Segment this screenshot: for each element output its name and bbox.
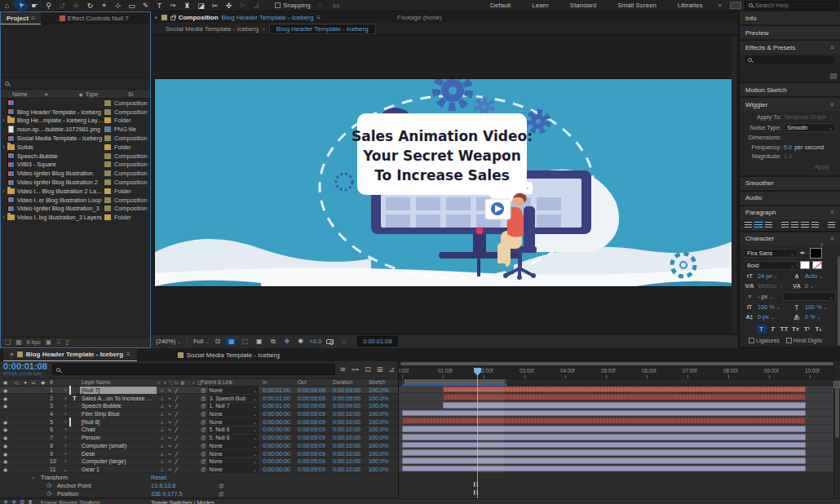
zoom-tool-icon[interactable]: ⚲ <box>42 0 55 11</box>
paragraph-direction-button[interactable] <box>828 222 835 228</box>
justify-last-left-button[interactable] <box>781 222 789 228</box>
label-swatch[interactable] <box>104 144 111 150</box>
stretch-value[interactable]: 100.0% <box>367 450 398 458</box>
label-swatch[interactable] <box>104 206 111 211</box>
panel-info[interactable]: Info <box>740 11 840 24</box>
timeline-search-box[interactable] <box>52 364 335 375</box>
region-of-interest-icon[interactable]: ▣ <box>254 337 264 346</box>
out-column[interactable]: Out <box>296 379 331 385</box>
project-column-headers[interactable]: Name ▲ ◆ Type Si <box>1 90 150 99</box>
apply-to-value[interactable]: Temporal Graph <box>784 113 826 121</box>
project-item[interactable]: ›Blog He...mplate - Iceberg LayersFolder <box>1 117 150 126</box>
timeline-layer-row[interactable]: ◉6›Chair♙✦╱@5. Null 6⌄0:00:00:000:00:09:… <box>0 426 398 434</box>
panel-preview[interactable]: Preview <box>740 26 840 39</box>
axis-mode-local-icon[interactable]: ⌲ <box>236 0 250 11</box>
stopwatch-icon[interactable]: ◷ <box>46 490 51 497</box>
label-swatch[interactable] <box>104 197 111 203</box>
timeline-layer-row[interactable]: ◉5›[Null 6]♙✦╱@None⌄0:00:00:000:00:09:09… <box>0 418 398 426</box>
layer-switches[interactable]: ♙✦╱ <box>157 458 201 464</box>
expander-icon[interactable]: › <box>1 188 7 194</box>
in-value[interactable]: 0:00:00:00 <box>261 450 296 458</box>
layer-duration-bar[interactable] <box>402 410 806 417</box>
label-column-icon[interactable]: ◆ <box>76 91 86 97</box>
camera-tool-icon[interactable]: ⌖ <box>97 0 111 11</box>
position-track-row[interactable] <box>399 489 840 497</box>
eye-icon[interactable]: ◉ <box>0 419 11 425</box>
transparency-grid-icon[interactable]: ▦ <box>226 337 237 346</box>
layer-switches[interactable]: ♙✦╱ <box>157 396 201 401</box>
out-value[interactable]: 0:00:09:09 <box>296 450 331 458</box>
layer-name[interactable]: Gear 1 <box>80 466 157 473</box>
parent-select[interactable]: None⌄ <box>208 410 259 417</box>
graph-editor-icon[interactable]: ⊿ <box>388 365 395 374</box>
layer-name[interactable]: Person <box>80 434 157 441</box>
align-left-button[interactable] <box>745 222 752 228</box>
panel-menu-icon[interactable]: ≡ <box>316 14 321 21</box>
effects-list-area[interactable] <box>740 65 840 82</box>
composition-panel-label[interactable]: Composition <box>179 14 219 21</box>
nav-back-icon[interactable]: ‹ <box>263 25 265 33</box>
duration-value[interactable]: 0:00:09:00 <box>331 402 367 409</box>
superscript-button[interactable]: T¹ <box>802 325 812 334</box>
tracking-control[interactable]: 0 ⌄ <box>805 282 836 290</box>
project-item[interactable]: Composition <box>1 99 150 108</box>
panel-menu-icon[interactable]: ≡ <box>31 15 35 22</box>
out-value[interactable]: 0:00:09:09 <box>296 402 331 409</box>
timeline-layer-row[interactable]: ◉8›Computer (small)♙✦╱@None⌄0:00:00:000:… <box>0 442 398 450</box>
layer-name[interactable]: Computer (small) <box>80 442 157 449</box>
eye-icon[interactable]: ◉ <box>0 435 11 440</box>
new-folder-icon[interactable]: ▣ <box>46 338 52 346</box>
pick-whip-icon[interactable]: @ <box>201 458 206 464</box>
solo-column-icon[interactable]: ● <box>21 380 29 385</box>
duration-value[interactable]: 0:00:10:00 <box>331 466 367 473</box>
out-value[interactable]: 0:00:09:09 <box>296 426 331 433</box>
horizontal-scale-control[interactable]: 100 % ⌄ <box>805 303 836 311</box>
effects-search-row[interactable] <box>740 54 840 65</box>
out-value[interactable]: 0:00:09:09 <box>296 458 331 465</box>
label-swatch[interactable] <box>104 153 111 159</box>
justify-last-right-button[interactable] <box>801 222 808 228</box>
home-icon[interactable]: ⌂ <box>0 0 14 11</box>
timeline-layer-row[interactable]: ◉1›[Null 7]♙✦╱@None⌄0:00:01:000:00:09:09… <box>0 387 398 395</box>
parent-select[interactable]: None⌄ <box>208 418 259 425</box>
project-item[interactable]: Social Media Template - IcebergCompositi… <box>1 134 150 143</box>
subscript-button[interactable]: T₁ <box>814 325 824 334</box>
noise-type-select[interactable]: Smooth ⌄ <box>784 123 836 132</box>
duration-column[interactable]: Duration <box>331 379 367 385</box>
eye-icon[interactable]: ◉ <box>0 458 11 464</box>
expander-icon[interactable]: ⌄ <box>62 466 69 473</box>
delete-icon[interactable]: ▯ <box>65 338 69 346</box>
viewport-vscrollbar[interactable] <box>732 37 736 333</box>
label-swatch[interactable] <box>104 214 111 220</box>
show-snapshot-icon[interactable]: ◎ <box>338 337 349 346</box>
expander-icon[interactable]: › <box>62 427 69 432</box>
track-row[interactable] <box>399 417 840 425</box>
tab-effect-controls[interactable]: Effect Controls Null 7 <box>54 12 135 24</box>
parent-select[interactable]: 3. Speech Bub⌄ <box>208 395 259 401</box>
anchor-point-value[interactable]: 13.8,13.8 <box>151 482 175 489</box>
ligatures-checkbox[interactable] <box>749 338 754 343</box>
label-column-icon[interactable]: ◆ <box>38 379 48 385</box>
justify-all-button[interactable] <box>811 222 819 228</box>
workspace-toggle-icon[interactable] <box>730 2 741 9</box>
adjust-exposure-icon[interactable]: ✺ <box>295 337 306 346</box>
composition-tab-name[interactable]: Blog Header Template - Iceberg <box>222 14 314 21</box>
label-swatch[interactable] <box>104 135 111 141</box>
snapping-checkbox[interactable] <box>275 2 281 8</box>
track-row[interactable] <box>399 433 840 441</box>
comp-mini-flowchart-icon[interactable]: ≋ <box>340 365 347 374</box>
motion-blur-icon[interactable]: ⊞ <box>377 365 383 374</box>
column-type[interactable]: Type <box>86 91 128 97</box>
project-item[interactable]: Speech-BubbleComposition <box>1 152 150 161</box>
eye-icon[interactable]: ◉ <box>0 443 11 449</box>
in-value[interactable]: 0:00:01:00 <box>261 387 296 394</box>
track-row[interactable] <box>399 401 840 409</box>
track-row[interactable] <box>399 386 840 394</box>
brush-tool-icon[interactable]: ✑ <box>166 0 180 11</box>
panel-eff ects-presets[interactable]: Effects & Presets ≡ <box>740 41 840 54</box>
label-swatch[interactable] <box>104 109 111 115</box>
parent-select[interactable]: 5. Null 6⌄ <box>208 427 259 433</box>
expander-icon[interactable]: › <box>62 411 69 417</box>
search-help-box[interactable] <box>745 1 838 10</box>
lock-icon[interactable] <box>170 16 175 20</box>
